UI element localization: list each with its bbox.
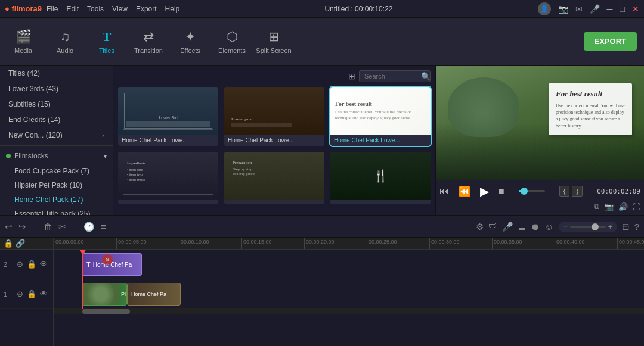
menu-tools[interactable]: Tools — [87, 5, 104, 13]
track2-eye-button[interactable]: 👁 — [40, 260, 48, 269]
stop-button[interactable]: ■ — [499, 186, 504, 197]
menu-file[interactable]: File — [47, 5, 58, 13]
card4-thumb: Ingredients • item one• item two• item t… — [118, 152, 218, 200]
video-clip-2[interactable]: Home Chef Pa — [127, 283, 181, 306]
video-clip-1-label: Plating_Food... — [119, 291, 126, 297]
toolbar-effects[interactable]: ✦ Effects — [169, 20, 211, 63]
bracket-left-button[interactable]: { — [559, 186, 570, 197]
progress-bar[interactable] — [519, 190, 545, 192]
subitem-homechef[interactable]: Home Chef Pack (17) — [0, 192, 113, 207]
media-card-3[interactable]: For best result Use the correct utensil.… — [330, 87, 431, 146]
media-card-2[interactable]: Lorem ipsum Home Chef Pack Lowe... — [224, 87, 324, 146]
panel-item-lower3rds[interactable]: Lower 3rds (43) — [0, 81, 113, 96]
panel-item-endcredits[interactable]: End Credits (14) — [0, 112, 113, 127]
zoom-out-button[interactable]: − — [564, 223, 568, 231]
camera-icon[interactable]: 📷 — [558, 4, 568, 14]
snapshot-button[interactable]: 📷 — [604, 202, 614, 211]
track1-lock-button[interactable]: 🔒 — [27, 289, 36, 298]
minimize-button[interactable]: ─ — [607, 4, 613, 14]
step-back-button[interactable]: ⏪ — [459, 186, 470, 197]
close-button[interactable]: ✕ — [632, 4, 639, 14]
user-avatar[interactable]: 👤 — [538, 2, 551, 15]
panel-item-subtitles[interactable]: Subtitles (15) — [0, 96, 113, 112]
section-filmstocks[interactable]: Filmstocks ▾ — [0, 148, 113, 164]
timeline-scrollbar[interactable] — [54, 309, 644, 314]
subitem-essentialtitle[interactable]: Essential Title pack (25) — [0, 207, 113, 215]
toolbar-audio[interactable]: ♫ Audio — [44, 20, 86, 63]
track-header-1: 1 ⊕ 🔒 👁 — [0, 279, 53, 309]
ruler-mark-4: 00:00:20:00 — [304, 238, 335, 249]
redo-button[interactable]: ↪ — [18, 222, 26, 232]
skip-back-button[interactable]: ⏮ — [439, 186, 449, 197]
menu-help[interactable]: Help — [165, 5, 180, 13]
panel-item-titles[interactable]: Titles (42) — [0, 66, 113, 81]
title-clip[interactable]: T Home Chef Pa — [82, 253, 142, 276]
video-clip-2-label: Home Chef Pa — [128, 291, 166, 297]
delete-button[interactable]: 🗑 — [44, 222, 52, 232]
title-card-overlay: For best result Use the correct utensil.… — [549, 83, 632, 135]
app-name: filmora9 — [11, 4, 42, 13]
record-button[interactable]: ⏺ — [531, 222, 540, 232]
card2-thumb: Lorem ipsum — [224, 87, 324, 135]
subitem-foodcupcake[interactable]: Food Cupcake Pack (7) — [0, 164, 113, 178]
media-card-4[interactable]: Ingredients • item one• item two• item t… — [118, 152, 218, 204]
panel-item-newcon[interactable]: New Con... (120) › — [0, 127, 113, 143]
track1-add-button[interactable]: ⊕ — [17, 289, 23, 298]
bracket-right-button[interactable]: } — [572, 186, 583, 197]
adjust-button[interactable]: ≡ — [101, 222, 106, 232]
toolbar-splitscreen[interactable]: ⊞ Split Screen — [253, 20, 295, 63]
window-title: Untitled : 00:00:10:22 — [324, 5, 392, 13]
shield-button[interactable]: 🛡 — [488, 222, 497, 232]
undo-button[interactable]: ↩ — [5, 222, 13, 232]
grid-view-button[interactable]: ⊞ — [348, 71, 355, 81]
title-clip-label: Home Chef Pa — [93, 261, 132, 268]
list-button[interactable]: ≣ — [518, 222, 526, 232]
play-button[interactable]: ▶ — [480, 184, 489, 198]
splitscreen-label: Split Screen — [256, 47, 291, 54]
mic-tl-button[interactable]: 🎤 — [502, 222, 513, 232]
pip-button[interactable]: ⧉ — [594, 202, 599, 211]
cut-button[interactable]: ✂ — [58, 222, 66, 232]
zoom-slider[interactable] — [570, 226, 606, 228]
toolbar-titles[interactable]: T Titles — [86, 20, 128, 63]
filmstocks-dot — [6, 154, 11, 158]
tracks-area: T Home Chef Pa ✕ Plating_Food... Home Ch… — [54, 250, 644, 309]
help-button[interactable]: ? — [634, 222, 639, 232]
export-button[interactable]: EXPORT — [584, 32, 637, 51]
main-area: Titles (42) Lower 3rds (43) Subtitles (1… — [0, 66, 644, 215]
video-clip-1[interactable]: Plating_Food... — [82, 283, 127, 306]
mail-icon[interactable]: ✉ — [575, 4, 583, 14]
toolbar-media[interactable]: 🎬 Media — [2, 20, 44, 63]
smiley-button[interactable]: ☺ — [544, 222, 553, 232]
track2-lock-button[interactable]: 🔒 — [27, 260, 36, 269]
title-card-text: Use the correct utensil. You will use pr… — [556, 102, 625, 129]
search-input[interactable] — [359, 70, 431, 82]
menu-export[interactable]: Export — [136, 5, 157, 13]
link-button[interactable]: 🔗 — [16, 239, 25, 248]
fullscreen-button[interactable]: ⛶ — [633, 202, 640, 211]
menu-edit[interactable]: Edit — [66, 5, 79, 13]
toolbar-transition[interactable]: ⇄ Transition — [128, 20, 169, 63]
track2-add-button[interactable]: ⊕ — [17, 260, 23, 269]
subitem-hipsterpet[interactable]: Hipster Pet Pack (10) — [0, 178, 113, 192]
track1-eye-button[interactable]: 👁 — [40, 289, 48, 298]
split-view-button[interactable]: ⊟ — [622, 222, 630, 232]
card3-thumb: For best result Use the correct utensil.… — [330, 87, 431, 135]
media-card-6[interactable]: 🍴 — [330, 152, 431, 204]
history-button[interactable]: 🕐 — [83, 222, 95, 232]
ruler-mark-1: 00:00:05:00 — [116, 238, 147, 249]
mic-icon[interactable]: 🎤 — [590, 4, 600, 14]
volume-button[interactable]: 🔊 — [618, 202, 628, 211]
filmstocks-label: Filmstocks — [14, 152, 48, 160]
title-clip-icon: T — [86, 261, 91, 268]
magic-button[interactable]: ⚙ — [476, 222, 484, 232]
zoom-in-button[interactable]: + — [608, 223, 612, 231]
lock-button[interactable]: 🔒 — [4, 239, 13, 248]
maximize-button[interactable]: □ — [620, 4, 625, 14]
toolbar-elements[interactable]: ⬡ Elements — [211, 20, 253, 63]
menu-view[interactable]: View — [112, 5, 128, 13]
ruler-mark-6: 00:00:30:00 — [429, 238, 460, 249]
clip-delete-button[interactable]: ✕ — [102, 254, 113, 265]
media-card-1[interactable]: Lower 3rd Home Chef Pack Lowe... — [118, 87, 218, 146]
media-card-5[interactable]: Preparation Step by stepcooking guide — [224, 152, 324, 204]
